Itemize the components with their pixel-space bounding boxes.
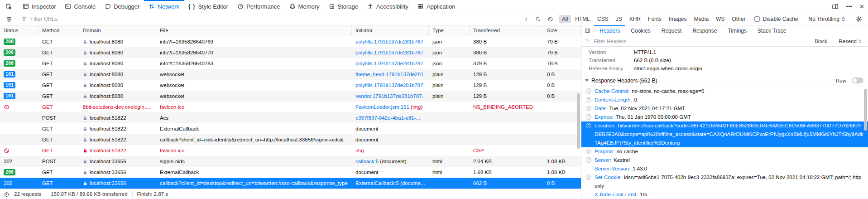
collapse-details-button[interactable] [581, 25, 594, 36]
table-row[interactable]: 200GETlocalhost:8080info?t=1635826640783… [0, 58, 581, 69]
filter-headers-input[interactable] [593, 38, 809, 44]
throttling-select[interactable]: No Throttling [804, 16, 850, 22]
tab-inspector[interactable]: Inspector [18, 0, 60, 13]
column-header-status[interactable]: Status [0, 25, 38, 36]
header-row[interactable]: ?Pragma:no-cache [581, 147, 868, 156]
help-icon[interactable]: ? [586, 106, 591, 111]
filter-all[interactable]: All [559, 15, 571, 23]
header-row[interactable]: ?Set-Cookie:idsrv=adf6cba1-7075-402b-9ec… [581, 173, 868, 190]
network-settings-button[interactable] [852, 16, 865, 23]
raw-toggle[interactable] [852, 78, 863, 83]
table-row[interactable]: GETlocalhost:51822favicon.icoimgCSP [0, 145, 581, 156]
table-row[interactable]: 302GETlocalhost:33656callback?client_id=… [0, 178, 581, 189]
node-picker-button[interactable] [2, 0, 16, 13]
details-tab-cookies[interactable]: Cookies [625, 25, 656, 36]
filter-media[interactable]: Media [691, 15, 712, 23]
response-headers-section[interactable]: Response Headers (662 B) Raw [581, 75, 868, 86]
filter-fonts[interactable]: Fonts [645, 15, 665, 23]
tab-storage[interactable]: Storage [324, 0, 363, 13]
table-row[interactable]: POSTlocalhost:51822Acse957f897-042e-4ba1… [0, 112, 581, 123]
help-icon[interactable]: ? [586, 88, 591, 94]
tab-accessibility[interactable]: Accessibility [363, 0, 413, 13]
clear-requests-button[interactable] [3, 16, 15, 22]
pause-recording-button[interactable] [520, 16, 532, 22]
header-row[interactable]: ?Expires:Thu, 01 Jan 1970 00:00:00 GMT [581, 113, 868, 121]
tab-style-editor[interactable]: { } Style Editor [184, 0, 233, 13]
initiator-link[interactable]: callback:5 [355, 159, 379, 164]
initiator-link[interactable]: vendor.1791b137de281b787... [355, 93, 425, 99]
column-header-transferred[interactable]: Transferred [470, 25, 543, 36]
column-header-method[interactable]: Method [38, 25, 79, 36]
table-row[interactable]: 101GETlocalhost:8080websocketvendor.1791… [0, 91, 581, 102]
help-icon[interactable]: ? [586, 157, 591, 163]
table-row[interactable]: 200GETlocalhost:8080info?t=1635826640770… [0, 47, 581, 58]
filter-js[interactable]: JS [613, 15, 625, 23]
initiator-link[interactable]: polyfills.1791b137de281b787... [355, 83, 425, 88]
details-tab-headers[interactable]: Headers [594, 25, 625, 36]
details-tab-request[interactable]: Request [656, 25, 687, 36]
initiator-link[interactable]: e957f897-042e-4ba1-aff1-... [355, 115, 420, 121]
initiator-link[interactable]: polyfills.1791b137de281b787... [355, 61, 425, 66]
block-button[interactable]: Block [812, 39, 830, 44]
initiator-link[interactable]: theme_head.1791b137de281... [355, 72, 425, 77]
header-row[interactable]: ?X-Rate-Limit-Limit:1m [581, 190, 868, 199]
column-header-file[interactable]: File [156, 25, 352, 36]
help-icon[interactable]: ? [586, 175, 591, 180]
column-header-initiator[interactable]: Initiator [352, 25, 429, 36]
initiator-link[interactable]: FaviconLoader.jsm:191 [355, 104, 409, 110]
table-row[interactable]: 200GETlocalhost:33656ExternalCallbackdoc… [0, 167, 581, 178]
domain-text: localhost:8080 [90, 83, 123, 88]
devtools-menu-button[interactable]: ••• [842, 0, 856, 13]
disable-cache-checkbox[interactable] [754, 16, 760, 22]
table-row[interactable]: GETlocalhost:51822ExternalCallbackdocume… [0, 123, 581, 134]
help-icon[interactable]: ? [586, 123, 591, 128]
column-header-size[interactable]: Size [543, 25, 581, 36]
help-icon[interactable]: ? [586, 114, 591, 120]
table-row[interactable]: GET8bit-solutions-dev.onelogin....favico… [0, 102, 581, 112]
filter-xhr[interactable]: XHR [626, 15, 644, 23]
header-row[interactable]: ?Cache-Control:no-store, no-cache, max-a… [581, 87, 868, 96]
resend-button[interactable]: Resend [836, 39, 864, 44]
tab-performance[interactable]: Performance [233, 0, 284, 13]
request-list-scrollbar[interactable] [577, 93, 580, 149]
details-tab-stack-trace[interactable]: Stack Trace [752, 25, 791, 36]
filter-other[interactable]: Other [729, 15, 748, 23]
table-row[interactable]: 101GETlocalhost:8080websockettheme_head.… [0, 69, 581, 80]
header-value: 0 [634, 97, 637, 102]
details-tab-timings[interactable]: Timings [722, 25, 752, 36]
table-row[interactable]: 101GETlocalhost:8080websocketpolyfills.1… [0, 80, 581, 91]
filter-images[interactable]: Images [666, 15, 690, 23]
request-blocking-button[interactable] [544, 16, 556, 22]
tab-console[interactable]: Console [60, 0, 100, 13]
filter-html[interactable]: HTML [572, 15, 593, 23]
tab-network[interactable]: Network [144, 0, 184, 13]
table-row[interactable]: 200GETlocalhost:8080info?t=1635826640769… [0, 36, 581, 47]
tab-application[interactable]: Application [413, 0, 460, 13]
header-row[interactable]: ?Location:bitwarden://sso-callback?code=… [581, 121, 868, 147]
header-row[interactable]: ?Content-Length:0 [581, 96, 868, 104]
header-row[interactable]: ?Date:Tue, 02 Nov 2021 04:17:21 GMT [581, 104, 868, 113]
search-button[interactable] [532, 16, 544, 22]
filter-css[interactable]: CSS [594, 15, 612, 23]
initiator-link[interactable]: polyfills.1791b137de281b787... [355, 50, 425, 55]
help-icon[interactable]: ? [586, 97, 591, 102]
details-tab-response[interactable]: Response [687, 25, 722, 36]
header-row[interactable]: ?Server:Kestrel [581, 156, 868, 165]
filter-urls-input[interactable] [29, 15, 165, 23]
tab-debugger[interactable]: Debugger [100, 0, 144, 13]
column-header-domain[interactable]: Domain [79, 25, 156, 36]
filter-ws[interactable]: WS [713, 15, 728, 23]
column-header-type[interactable]: Type [429, 25, 470, 36]
stopwatch-icon[interactable] [4, 191, 10, 197]
details-scrollbar[interactable] [864, 89, 867, 131]
initiator-link[interactable]: polyfills.1791b137de281b787... [355, 39, 425, 44]
close-devtools-button[interactable]: ✕ [856, 0, 868, 13]
help-icon[interactable]: ? [586, 149, 591, 154]
method-text: GET [42, 104, 53, 110]
table-row[interactable]: 302POSTlocalhost:33656signin-oidccallbac… [0, 156, 581, 167]
tab-memory[interactable]: Memory [285, 0, 324, 13]
table-row[interactable]: GETlocalhost:51822callback?client_id=oid… [0, 134, 581, 145]
header-row[interactable]: ?Server-Version:1.43.0 [581, 165, 868, 173]
responsive-design-button[interactable] [828, 0, 842, 13]
disable-cache-control[interactable]: Disable Cache [751, 16, 801, 22]
